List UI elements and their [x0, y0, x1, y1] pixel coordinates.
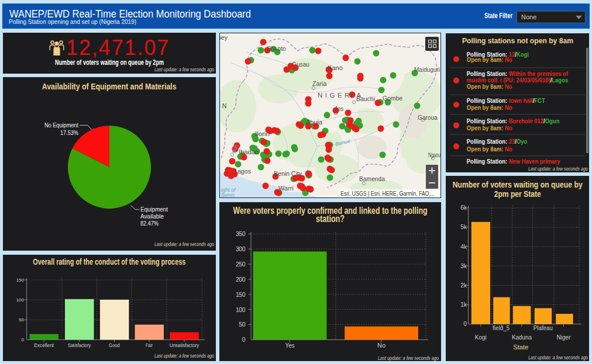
svg-text:Maiduguri: Maiduguri — [414, 66, 440, 73]
svg-text:Number of voters waiting on qu: Number of voters waiting on queue by — [453, 179, 583, 189]
svg-text:0: 0 — [22, 337, 25, 342]
svg-text:150: 150 — [16, 278, 25, 283]
svg-text:Last update: a few seconds ago: Last update: a few seconds ago — [154, 241, 214, 247]
svg-text:Fair: Fair — [146, 342, 153, 348]
svg-text:Polling Station: town hall/FCT: Polling Station: town hall/FCT — [467, 97, 546, 104]
svg-text:200: 200 — [236, 276, 246, 283]
svg-text:State: State — [513, 344, 528, 351]
svg-text:Esri, USGS | Esri, HERE, Garmi: Esri, USGS | Esri, HERE, Garmin, FAO,... — [340, 190, 435, 197]
svg-text:Zaria: Zaria — [312, 80, 326, 87]
svg-text:Polling Station opening and se: Polling Station opening and set up (Nige… — [9, 18, 136, 25]
svg-text:Bamenda: Bamenda — [359, 175, 385, 182]
svg-text:Open by 8am: No: Open by 8am: No — [467, 145, 512, 152]
svg-text:Availability of Equipment and: Availability of Equipment and Materials — [42, 81, 177, 91]
svg-text:Jos: Jos — [335, 105, 343, 112]
svg-text:Equipment: Equipment — [140, 206, 168, 213]
svg-text:Last update: a few seconds ago: Last update: a few seconds ago — [154, 66, 214, 72]
svg-text:2k: 2k — [460, 282, 467, 289]
svg-text:Niger: Niger — [557, 334, 572, 341]
svg-text:Sokoto: Sokoto — [267, 45, 286, 52]
svg-text:Satisfactory: Satisfactory — [68, 342, 91, 348]
svg-text:100: 100 — [236, 306, 246, 313]
svg-text:Open by 8am: No: Open by 8am: No — [467, 84, 512, 91]
svg-text:5k: 5k — [460, 224, 467, 230]
svg-text:Benin City: Benin City — [274, 170, 302, 177]
svg-text:ney: ney — [220, 34, 228, 41]
svg-text:Lagos: Lagos — [234, 168, 251, 175]
svg-text:82.47%: 82.47% — [140, 220, 159, 227]
svg-text:Last update: a few seconds ago: Last update: a few seconds ago — [528, 354, 588, 360]
svg-text:field_5: field_5 — [493, 325, 510, 331]
svg-text:Plateau: Plateau — [534, 325, 553, 331]
svg-text:17.53%: 17.53% — [60, 130, 78, 136]
svg-text:6k: 6k — [460, 204, 467, 211]
svg-text:No: No — [377, 342, 386, 349]
svg-text:Kano: Kano — [328, 64, 343, 71]
svg-text:Polling Station: 23/Oyo: Polling Station: 23/Oyo — [467, 138, 527, 145]
svg-text:None: None — [521, 13, 536, 20]
svg-text:Available: Available — [140, 213, 164, 220]
svg-text:Gombe: Gombe — [383, 95, 402, 102]
svg-text:150: 150 — [236, 291, 246, 298]
svg-text:Excellent: Excellent — [34, 342, 54, 348]
svg-text:Ngaou: Ngaou — [428, 151, 440, 158]
svg-text:Polling Station: Within the pr: Polling Station: Within the premises of — [467, 70, 569, 77]
svg-text:Kaduna: Kaduna — [512, 334, 532, 341]
svg-text:Kogi: Kogi — [475, 334, 487, 341]
svg-text:2pm per State: 2pm per State — [494, 189, 541, 199]
svg-text:Last update: a few seconds ago: Last update: a few seconds ago — [528, 165, 588, 172]
svg-text:Last update: a few seconds ago: Last update: a few seconds ago — [378, 355, 439, 361]
svg-text:1k: 1k — [460, 301, 467, 308]
svg-text:State Filter: State Filter — [484, 12, 512, 20]
svg-text:Ibadan: Ibadan — [239, 148, 259, 155]
svg-text:250: 250 — [236, 261, 246, 268]
svg-text:Overall rating of the conduct: Overall rating of the conduct of the vot… — [33, 257, 185, 266]
svg-text:Good: Good — [109, 342, 120, 348]
svg-text:4k: 4k — [460, 244, 467, 250]
svg-text:I N: I N — [220, 102, 226, 109]
svg-text:Warri: Warri — [278, 185, 294, 192]
svg-text:Number of voters waiting on qu: Number of voters waiting on queue by 2pm — [55, 58, 164, 67]
svg-text:50: 50 — [19, 317, 24, 323]
svg-text:12,471.07: 12,471.07 — [66, 36, 170, 60]
svg-text:Unsatisfactory: Unsatisfactory — [170, 342, 199, 348]
svg-text:3k: 3k — [460, 263, 467, 269]
svg-text:Polling Station: New Haven pri: Polling Station: New Haven primary — [467, 158, 560, 165]
svg-text:WANEP/EWD Real-Time Election M: WANEP/EWD Real-Time Election Monitoring … — [9, 8, 251, 20]
svg-text:Abuja: Abuja — [306, 119, 322, 126]
svg-text:Open by 8am: No: Open by 8am: No — [467, 124, 512, 131]
svg-text:Benin: Benin — [221, 192, 235, 197]
svg-text:0: 0 — [463, 321, 467, 327]
svg-text:300: 300 — [236, 245, 246, 252]
svg-text:NIGERIA: NIGERIA — [318, 92, 364, 99]
svg-text:350: 350 — [236, 230, 246, 237]
svg-text:Ilorin: Ilorin — [255, 130, 270, 137]
svg-text:No Equipment: No Equipment — [44, 122, 78, 129]
svg-text:station?: station? — [316, 214, 345, 224]
svg-text:Yes: Yes — [285, 342, 295, 349]
svg-text:Open by 8am: No: Open by 8am: No — [467, 57, 512, 64]
svg-text:Open by 8am: No: Open by 8am: No — [467, 104, 512, 111]
svg-text:Polling stations not open by 8: Polling stations not open by 8am — [462, 36, 573, 45]
svg-text:50: 50 — [239, 321, 245, 328]
svg-text:Gusau: Gusau — [292, 61, 309, 68]
svg-text:muslim coll. i (PU: 24/03/05/0: muslim coll. i (PU: 24/03/05/018)/Lagos — [467, 77, 569, 84]
svg-text:Polling Station: Borehole 012/: Polling Station: Borehole 012/Ogun — [467, 118, 560, 125]
svg-text:100: 100 — [16, 297, 25, 303]
svg-text:0: 0 — [242, 336, 246, 343]
svg-text:Last update: a few seconds ago: Last update: a few seconds ago — [154, 352, 214, 359]
svg-text:Garoua: Garoua — [418, 114, 438, 121]
